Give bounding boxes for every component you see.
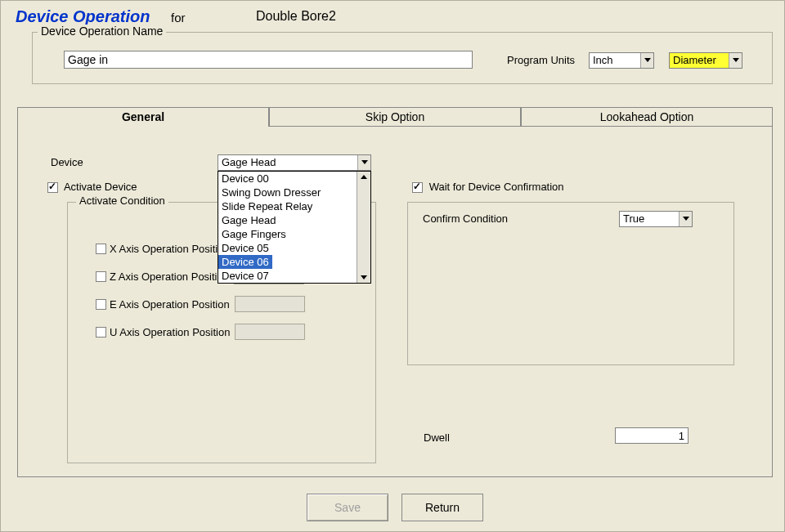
u-axis-checkbox[interactable] [96,327,106,338]
confirm-condition-label: Confirm Condition [423,212,508,225]
device-select[interactable]: Gage Head [218,154,371,171]
activate-device-checkbox[interactable] [47,182,58,193]
activate-device-label: Activate Device [64,181,137,193]
activate-condition-legend: Activate Condition [76,194,168,207]
e-axis-row[interactable]: E Axis Operation Position [92,296,305,312]
page-title: Device Operation [16,7,150,26]
wait-confirmation-label: Wait for Device Confirmation [429,181,564,193]
x-axis-checkbox[interactable] [96,244,106,254]
chevron-down-icon [640,53,653,68]
return-button[interactable]: Return [401,494,483,521]
u-axis-position-input [235,324,305,340]
device-dropdown-list[interactable]: Device 00 Swing Down Dresser Slide Repea… [218,171,371,284]
confirm-condition-value: True [623,212,644,225]
chevron-down-icon [357,155,370,170]
device-option[interactable]: Slide Repeat Relay [218,199,370,213]
z-axis-label: Z Axis Operation Position [110,270,229,283]
activate-device-row[interactable]: Activate Device [44,180,137,195]
u-axis-row[interactable]: U Axis Operation Position [92,324,305,340]
units-select[interactable]: Inch [589,52,654,69]
save-button: Save [307,494,388,521]
units-select-value: Inch [593,54,613,66]
scrollbar[interactable] [357,172,370,283]
wait-confirmation-row[interactable]: Wait for Device Confirmation [409,180,564,195]
chevron-down-icon [679,212,692,226]
u-axis-label: U Axis Operation Position [110,326,230,338]
dwell-label: Dwell [424,431,450,444]
operation-name-group: Device Operation Name Program Units Inch… [32,32,773,84]
device-select-value: Gage Head [222,156,276,168]
device-option[interactable]: Swing Down Dresser [218,186,370,199]
for-label: for [171,11,186,25]
tab-lookahead-option[interactable]: Lookahead Option [521,107,773,127]
device-option[interactable]: Device 07 [218,269,370,283]
e-axis-position-input [235,296,305,312]
diameter-select-value: Diameter [673,54,716,66]
program-units-label: Program Units [507,54,575,66]
x-axis-label: X Axis Operation Position [110,243,230,255]
tab-general[interactable]: General [17,107,269,127]
device-operation-dialog: Device Operation for Double Bore2 Device… [0,0,785,532]
confirm-condition-select[interactable]: True [619,211,693,227]
device-option-highlighted[interactable]: Device 06 [218,255,272,269]
wait-confirmation-checkbox[interactable] [412,182,423,193]
tab-bar: General Skip Option Lookahead Option [17,107,773,127]
tab-skip-option[interactable]: Skip Option [269,107,521,127]
device-option[interactable]: Device 05 [218,241,370,255]
device-option[interactable]: Gage Fingers [218,227,370,241]
diameter-select[interactable]: Diameter [669,52,742,69]
device-option[interactable]: Device 00 [218,172,370,186]
confirm-condition-group: Confirm Condition True [407,202,734,365]
dwell-input[interactable] [615,427,689,444]
operation-name-input[interactable] [64,51,473,69]
tab-body-general: Device Gage Head Device 00 Swing Down Dr… [17,126,773,477]
target-name: Double Bore2 [256,9,336,24]
e-axis-checkbox[interactable] [96,299,106,310]
operation-name-legend: Device Operation Name [38,25,166,38]
chevron-down-icon [729,53,742,68]
device-label: Device [51,156,83,168]
z-axis-checkbox[interactable] [96,271,106,282]
device-option[interactable]: Gage Head [218,213,370,227]
e-axis-label: E Axis Operation Position [110,298,230,311]
